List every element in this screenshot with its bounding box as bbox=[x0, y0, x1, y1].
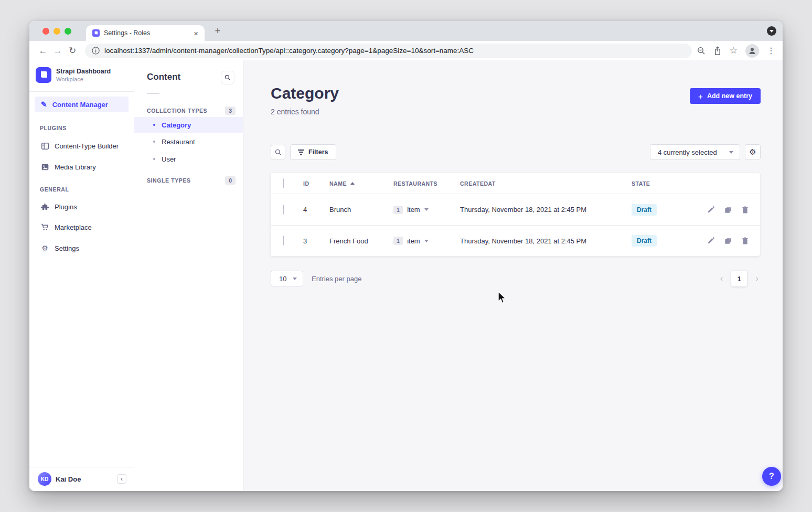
select-all-checkbox[interactable] bbox=[283, 178, 284, 188]
sidebar-item-settings[interactable]: ⚙ Settings bbox=[35, 240, 129, 256]
subnav-divider bbox=[147, 93, 159, 94]
close-tab-icon[interactable]: × bbox=[194, 29, 198, 37]
cell-name: French Food bbox=[329, 237, 393, 245]
page-size-select[interactable]: 10 bbox=[271, 271, 303, 286]
gear-icon: ⚙ bbox=[749, 147, 756, 157]
restaurants-unit: item bbox=[407, 206, 420, 214]
gear-icon: ⚙ bbox=[41, 244, 49, 252]
plus-icon: + bbox=[698, 92, 703, 101]
site-info-icon[interactable] bbox=[92, 47, 100, 55]
collapse-sidebar-button[interactable]: ‹ bbox=[117, 474, 126, 484]
fields-selected-dropdown[interactable]: 4 currently selected bbox=[650, 144, 740, 160]
user-avatar: KD bbox=[38, 472, 51, 486]
duplicate-button[interactable] bbox=[724, 237, 732, 244]
table-row[interactable]: 4 Brunch 1 item Thursday, November 18, 2… bbox=[271, 194, 760, 225]
edit-button[interactable] bbox=[707, 237, 714, 244]
sidebar-item-marketplace[interactable]: Marketplace bbox=[35, 219, 129, 235]
subnav-item-restaurant[interactable]: Restaurant bbox=[134, 134, 243, 150]
general-section-label: GENERAL bbox=[40, 186, 69, 193]
sidebar-item-media-library[interactable]: Media Library bbox=[35, 159, 129, 175]
cell-restaurants[interactable]: 1 item bbox=[393, 237, 460, 245]
previous-page-button[interactable]: ‹ bbox=[718, 273, 725, 284]
col-header-restaurants[interactable]: RESTAURANTS bbox=[393, 180, 460, 187]
next-page-button[interactable]: › bbox=[753, 273, 761, 284]
toolbar-actions: ☆ ⋮ bbox=[697, 44, 776, 58]
sidebar-item-plugins[interactable]: Plugins bbox=[35, 199, 129, 215]
state-badge: Draft bbox=[632, 204, 657, 216]
subnav-search-button[interactable] bbox=[221, 71, 234, 84]
filters-button[interactable]: Filters bbox=[290, 144, 336, 160]
subnav-item-category[interactable]: Category bbox=[134, 117, 243, 133]
browser-menu-icon[interactable]: ⋮ bbox=[767, 46, 775, 56]
col-header-createdat[interactable]: CREATEDAT bbox=[460, 180, 632, 187]
sidebar-item-label: Marketplace bbox=[55, 223, 92, 231]
table-row[interactable]: 3 French Food 1 item Thursday, November … bbox=[271, 225, 760, 256]
chevron-down-icon[interactable] bbox=[424, 208, 429, 211]
traffic-lights bbox=[42, 28, 71, 35]
brand[interactable]: Strapi Dashboard Workplace bbox=[36, 67, 111, 83]
browser-update-indicator-icon[interactable] bbox=[767, 26, 776, 36]
pagination-bar: 10 Entries per page ‹ 1 › bbox=[271, 270, 761, 287]
cell-createdat: Thursday, November 18, 2021 at 2:45 PM bbox=[460, 237, 632, 245]
col-header-id[interactable]: ID bbox=[303, 180, 329, 187]
minimize-window-button[interactable] bbox=[54, 28, 60, 35]
entries-table: ID NAME RESTAURANTS CREATEDAT STATE 4 Br… bbox=[271, 173, 760, 256]
subnav-item-label: User bbox=[162, 155, 176, 163]
restaurants-count-badge: 1 bbox=[393, 237, 403, 245]
user-row[interactable]: KD Kai Doe ‹ bbox=[38, 471, 126, 487]
duplicate-button[interactable] bbox=[724, 206, 732, 214]
single-types-label: SINGLE TYPES bbox=[147, 177, 191, 184]
main-sidebar: Strapi Dashboard Workplace ✎ Content Man… bbox=[29, 60, 134, 491]
help-button[interactable]: ? bbox=[762, 467, 781, 486]
restaurants-count-badge: 1 bbox=[393, 206, 403, 214]
table-toolbar: Filters 4 currently selected ⚙ bbox=[271, 144, 761, 160]
chevron-down-icon[interactable] bbox=[424, 240, 429, 242]
cell-restaurants[interactable]: 1 item bbox=[393, 206, 460, 214]
cell-id: 3 bbox=[303, 237, 329, 245]
pencil-icon bbox=[707, 206, 714, 214]
entries-found: 2 entries found bbox=[271, 108, 319, 116]
sidebar-item-content-manager[interactable]: ✎ Content Manager bbox=[35, 97, 129, 112]
search-entries-button[interactable] bbox=[271, 145, 285, 159]
url-bar[interactable]: localhost:1337/admin/content-manager/col… bbox=[85, 44, 692, 58]
plugins-section-label: PLUGINS bbox=[40, 125, 67, 131]
subnav-item-user[interactable]: User bbox=[134, 151, 243, 167]
new-tab-button[interactable]: + bbox=[211, 25, 224, 37]
sidebar-item-label: Media Library bbox=[55, 163, 96, 171]
reload-icon[interactable]: ↻ bbox=[65, 45, 80, 56]
bookmark-star-icon[interactable]: ☆ bbox=[730, 45, 738, 56]
cell-name: Brunch bbox=[329, 206, 393, 214]
maximize-window-button[interactable] bbox=[65, 28, 71, 35]
current-page[interactable]: 1 bbox=[731, 271, 747, 286]
page-title: Category bbox=[271, 84, 339, 102]
delete-button[interactable] bbox=[742, 237, 749, 244]
share-icon[interactable] bbox=[713, 46, 722, 55]
sidebar-item-content-type-builder[interactable]: Content-Type Builder bbox=[35, 138, 129, 154]
browser-tabstrip: Settings - Roles × + bbox=[29, 21, 783, 41]
bullet-icon bbox=[153, 141, 155, 143]
add-new-entry-button[interactable]: + Add new entry bbox=[690, 88, 761, 104]
back-icon[interactable]: ← bbox=[36, 46, 50, 56]
table-header-row: ID NAME RESTAURANTS CREATEDAT STATE bbox=[271, 173, 760, 194]
browser-tab[interactable]: Settings - Roles × bbox=[86, 25, 205, 41]
col-header-state[interactable]: STATE bbox=[632, 180, 692, 187]
close-window-button[interactable] bbox=[42, 28, 49, 35]
filter-icon bbox=[298, 150, 304, 155]
forward-icon[interactable]: → bbox=[50, 46, 65, 56]
collection-types-label: COLLECTION TYPES bbox=[147, 108, 207, 114]
filters-label: Filters bbox=[308, 148, 328, 156]
sidebar-bottom-divider bbox=[29, 467, 134, 467]
brand-subtitle: Workplace bbox=[56, 76, 111, 82]
row-checkbox[interactable] bbox=[283, 236, 284, 246]
page-size-value: 10 bbox=[279, 275, 286, 283]
col-header-name[interactable]: NAME bbox=[329, 180, 393, 187]
strapi-favicon-icon bbox=[92, 29, 100, 37]
zoom-icon[interactable] bbox=[697, 47, 706, 55]
row-checkbox[interactable] bbox=[283, 205, 284, 215]
cell-id: 4 bbox=[303, 206, 329, 214]
delete-button[interactable] bbox=[742, 206, 749, 214]
browser-profile-avatar[interactable] bbox=[745, 44, 759, 58]
view-settings-button[interactable]: ⚙ bbox=[745, 144, 761, 160]
edit-button[interactable] bbox=[707, 206, 714, 214]
restaurants-unit: item bbox=[407, 237, 420, 245]
